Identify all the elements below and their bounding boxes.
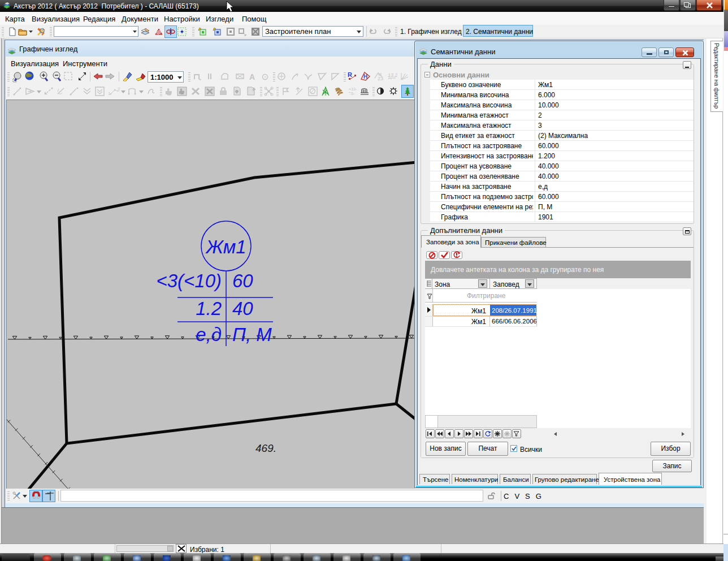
svg-text:Жм1: Жм1 [205,236,246,257]
svg-text:M: M [378,72,382,76]
svg-text:П, М: П, М [232,324,272,345]
svg-text:<3(<10): <3(<10) [156,270,222,291]
svg-text:2: 2 [118,87,120,92]
svg-text:13.2: 13.2 [388,72,397,78]
svg-text:60: 60 [232,270,253,291]
svg-text:1.2: 1.2 [196,298,222,319]
svg-text:23: 23 [378,76,383,81]
svg-text:469.: 469. [255,442,276,454]
svg-text:-10-: -10- [350,87,357,91]
svg-text:е,д: е,д [196,324,222,345]
svg-text:40: 40 [232,298,253,319]
svg-text:-5-: -5- [350,92,355,96]
svg-text:R: R [348,71,352,78]
svg-text:H: H [363,74,367,80]
